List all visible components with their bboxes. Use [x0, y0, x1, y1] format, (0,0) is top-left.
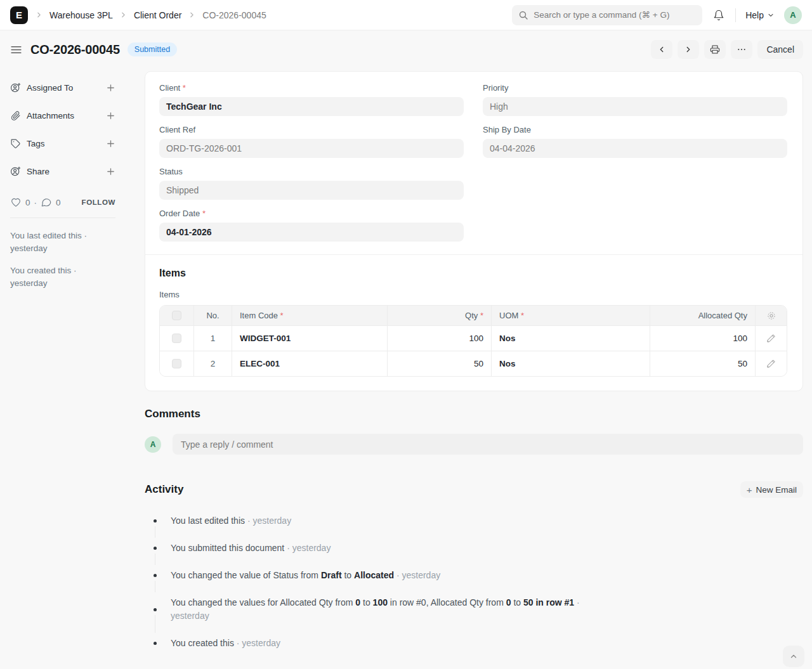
page-header: CO-2026-00045 Submitted Cancel	[0, 30, 812, 67]
field-input-status[interactable]: Shipped	[159, 181, 464, 200]
gear-icon[interactable]	[766, 311, 776, 321]
field-label: Client Ref	[159, 125, 464, 134]
field-label: Status	[159, 167, 464, 176]
col-header-uom: UOM *	[492, 306, 650, 325]
edit-row-icon[interactable]	[766, 359, 776, 368]
table-row: 1WIDGET-001100Nos100	[160, 325, 787, 351]
bullet-dot	[154, 547, 157, 550]
bullet-dot	[154, 574, 157, 577]
select-all-checkbox[interactable]	[172, 311, 181, 320]
comment-bubble-icon[interactable]	[41, 197, 52, 208]
app-logo[interactable]: E	[10, 6, 28, 24]
sidebar-item-assigned-to[interactable]: Assigned To	[10, 82, 115, 93]
bell-icon	[713, 10, 724, 21]
table-header-row: No. Item Code * Qty * UOM * Allocated Qt…	[160, 306, 787, 325]
comment-input-row: A	[145, 434, 803, 455]
col-header-qty: Qty *	[388, 306, 492, 325]
chevron-right-icon	[684, 45, 693, 54]
activity-text: You created this · yesterday	[171, 637, 280, 664]
sidebar-item-label: Tags	[27, 139, 45, 148]
breadcrumb-item-warehouse-3pl[interactable]: Warehouse 3PL	[49, 10, 113, 20]
hamburger-icon	[10, 44, 22, 56]
cancel-button[interactable]: Cancel	[757, 40, 803, 59]
uom-cell[interactable]: Nos	[492, 351, 650, 376]
tag-icon	[10, 138, 21, 149]
timeline-connector	[155, 615, 155, 633]
col-header-allocated-qty: Allocated Qty	[650, 306, 756, 325]
field-input-priority[interactable]: High	[483, 97, 787, 116]
sidebar-item-label: Share	[27, 167, 49, 176]
row-checkbox[interactable]	[172, 334, 181, 343]
item-code-cell[interactable]: ELEC-001	[232, 351, 388, 376]
new-email-button[interactable]: + New Email	[740, 481, 803, 498]
sidebar-item-share[interactable]: Share	[10, 166, 115, 177]
field-client-ref: Client RefORD-TG-2026-001	[159, 125, 464, 158]
field-input-client[interactable]: TechGear Inc	[159, 97, 464, 116]
sidebar-item-tags[interactable]: Tags	[10, 138, 115, 149]
form-card: Client *TechGear IncClient RefORD-TG-202…	[145, 71, 803, 391]
field-label: Client *	[159, 83, 464, 93]
allocated-qty-cell[interactable]: 50	[650, 351, 756, 376]
scroll-to-top-button[interactable]	[783, 646, 804, 667]
sidebar-sections: Assigned ToAttachmentsTagsShare	[10, 82, 115, 177]
activity-text: You last edited this · yesterday	[171, 514, 291, 542]
help-menu[interactable]: Help	[745, 10, 775, 20]
breadcrumb: Warehouse 3PLClient OrderCO-2026-00045	[35, 10, 266, 20]
field-input-ship-by-date[interactable]: 04-04-2026	[483, 139, 787, 158]
add-assigned-to-button[interactable]	[106, 83, 115, 93]
page-header-actions: Cancel	[651, 40, 803, 59]
printer-icon	[710, 44, 720, 55]
activity-text: You submitted this document · yesterday	[171, 542, 331, 569]
user-plus-icon	[10, 82, 21, 93]
sidebar-item-attachments[interactable]: Attachments	[10, 110, 115, 121]
add-tags-button[interactable]	[106, 139, 115, 148]
form-column-2: PriorityHighShip By Date04-04-2026	[483, 83, 787, 250]
more-actions-button[interactable]	[731, 40, 752, 59]
comment-input[interactable]	[173, 434, 803, 455]
field-priority: PriorityHigh	[483, 83, 787, 116]
sidebar-toggle-button[interactable]	[10, 44, 22, 56]
global-search[interactable]	[512, 5, 702, 25]
prev-document-button[interactable]	[651, 40, 672, 59]
field-ship-by-date: Ship By Date04-04-2026	[483, 125, 787, 158]
sidebar-item-label: Attachments	[27, 111, 74, 120]
field-label: Order Date *	[159, 209, 464, 218]
add-share-button[interactable]	[106, 167, 115, 176]
edit-row-icon[interactable]	[766, 334, 776, 343]
chevron-up-icon	[789, 652, 798, 661]
item-code-cell[interactable]: WIDGET-001	[232, 326, 388, 351]
notifications-button[interactable]	[712, 8, 726, 22]
allocated-qty-cell[interactable]: 100	[650, 326, 756, 351]
add-attachments-button[interactable]	[106, 111, 115, 120]
field-input-order-date[interactable]: 04-01-2026	[159, 223, 464, 242]
field-input-client-ref[interactable]: ORD-TG-2026-001	[159, 139, 464, 158]
user-avatar[interactable]: A	[784, 6, 802, 24]
bullet-dot	[154, 519, 157, 523]
row-checkbox[interactable]	[172, 359, 181, 368]
qty-cell[interactable]: 50	[388, 351, 492, 376]
search-icon	[518, 10, 528, 20]
timeline-connector	[155, 581, 155, 592]
activity-item: You last edited this · yesterday	[145, 514, 803, 542]
search-input[interactable]	[534, 10, 696, 20]
navbar-divider	[735, 8, 736, 22]
activity-header: Activity + New Email	[145, 481, 803, 498]
activity-item: You changed the value of Status from Dra…	[145, 569, 803, 596]
chevron-right-icon	[188, 11, 196, 19]
share-icon	[10, 166, 21, 177]
next-document-button[interactable]	[678, 40, 699, 59]
table-body: 1WIDGET-001100Nos1002ELEC-00150Nos50	[160, 325, 787, 376]
navbar-right: Help A	[512, 5, 802, 25]
uom-cell[interactable]: Nos	[492, 326, 650, 351]
created-text: You created this · yesterday	[10, 264, 115, 290]
timeline-connector	[155, 554, 155, 565]
qty-cell[interactable]: 100	[388, 326, 492, 351]
likes-count[interactable]: 0	[25, 198, 30, 207]
activity-section: Activity + New Email You last edited thi…	[145, 481, 803, 664]
breadcrumb-item-client-order[interactable]: Client Order	[134, 10, 181, 20]
chevron-left-icon	[657, 45, 666, 54]
follow-button[interactable]: FOLLOW	[82, 198, 115, 206]
heart-icon[interactable]	[10, 197, 22, 208]
print-button[interactable]	[704, 40, 726, 59]
comments-count[interactable]: 0	[56, 198, 61, 207]
